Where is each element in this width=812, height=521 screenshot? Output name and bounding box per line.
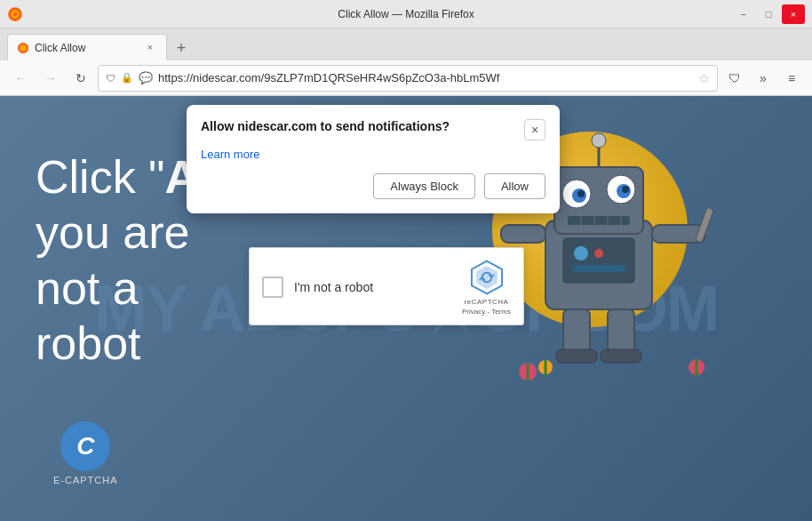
svg-point-29 [594,249,603,258]
forward-icon: → [44,71,57,85]
svg-point-4 [20,44,27,51]
svg-rect-30 [572,265,625,272]
always-block-button[interactable]: Always Block [373,173,475,199]
title-bar-controls: − □ × [732,4,805,24]
ecaptcha-logo: C [60,421,110,471]
extensions-button[interactable]: » [750,65,776,92]
extensions-icon: » [760,71,767,85]
address-bar[interactable]: 🛡 🔒 💬 ☆ [98,65,718,92]
recaptcha-label: I'm not a robot [294,280,373,294]
title-bar: Click Allow — Mozilla Firefox − □ × [0,0,812,28]
svg-rect-26 [601,349,641,363]
shield-toolbar-icon: 🛡 [728,71,741,85]
toolbar: ← → ↻ 🛡 🔒 💬 ☆ 🛡 » ≡ [0,60,812,96]
notification-permissions-icon: 💬 [139,71,153,84]
recaptcha-left: I'm not a robot [262,277,373,298]
tab-label: Click Allow [35,42,85,54]
firefox-icon [7,6,23,22]
recaptcha-widget: I'm not a robot reCAPTCHA Privacy - Term… [249,247,524,325]
svg-point-2 [13,12,18,16]
learn-more-link[interactable]: Learn more [201,148,545,161]
ecaptcha-label: E-CAPTCHA [53,475,118,485]
title-bar-left [7,6,23,22]
url-input[interactable] [158,71,693,84]
recaptcha-privacy-link[interactable]: Privacy [462,308,485,316]
svg-point-19 [592,133,606,148]
tab-close-button[interactable]: × [143,41,157,55]
recaptcha-logo-icon [468,259,506,296]
reload-icon: ↻ [76,71,86,85]
popup-title: Allow nidescar.com to send notifications… [201,119,450,133]
bookmark-star-icon[interactable]: ☆ [698,71,710,85]
svg-rect-20 [501,225,545,243]
reload-button[interactable]: ↻ [68,65,94,92]
maximize-button[interactable]: □ [757,4,780,24]
active-tab[interactable]: Click Allow × [7,34,167,60]
new-tab-button[interactable]: + [169,36,194,60]
window-title: Click Allow — Mozilla Firefox [338,8,474,20]
svg-rect-25 [556,349,597,363]
svg-rect-27 [563,238,634,283]
browser-window: Click Allow — Mozilla Firefox − □ × Clic… [0,0,812,521]
popup-actions: Always Block Allow [201,173,545,199]
svg-point-28 [574,246,588,260]
toolbar-right-buttons: 🛡 » ≡ [721,65,805,92]
recaptcha-right: reCAPTCHA Privacy - Terms [462,259,511,316]
menu-icon: ≡ [788,71,795,85]
recaptcha-brand-label: reCAPTCHA [465,298,509,306]
menu-button[interactable]: ≡ [778,65,805,92]
popup-header: Allow nidescar.com to send notifications… [201,119,545,140]
popup-close-button[interactable]: × [524,119,545,140]
page-content: MY ADCPO★OP.COM Click "Allow" ifyou aren… [0,96,812,521]
svg-rect-23 [563,309,590,354]
close-button[interactable]: × [782,4,805,24]
recaptcha-links: Privacy - Terms [462,308,511,316]
recaptcha-terms-link[interactable]: Terms [491,308,511,316]
svg-point-11 [577,190,585,197]
recaptcha-checkbox[interactable] [262,277,283,298]
back-icon: ← [14,71,27,85]
back-button[interactable]: ← [7,65,34,92]
tab-bar: Click Allow × + [0,28,812,60]
svg-rect-24 [608,309,634,354]
forward-button[interactable]: → [37,65,64,92]
minimize-button[interactable]: − [732,4,755,24]
svg-point-12 [622,186,629,193]
notification-popup: Allow nidescar.com to send notifications… [187,105,560,213]
ecaptcha-badge: C E-CAPTCHA [53,421,118,485]
lock-icon: 🔒 [121,72,133,84]
firefox-account-button[interactable]: 🛡 [721,65,748,92]
tracking-protection-icon: 🛡 [106,73,115,84]
tab-favicon [17,42,29,54]
allow-button[interactable]: Allow [484,173,545,199]
